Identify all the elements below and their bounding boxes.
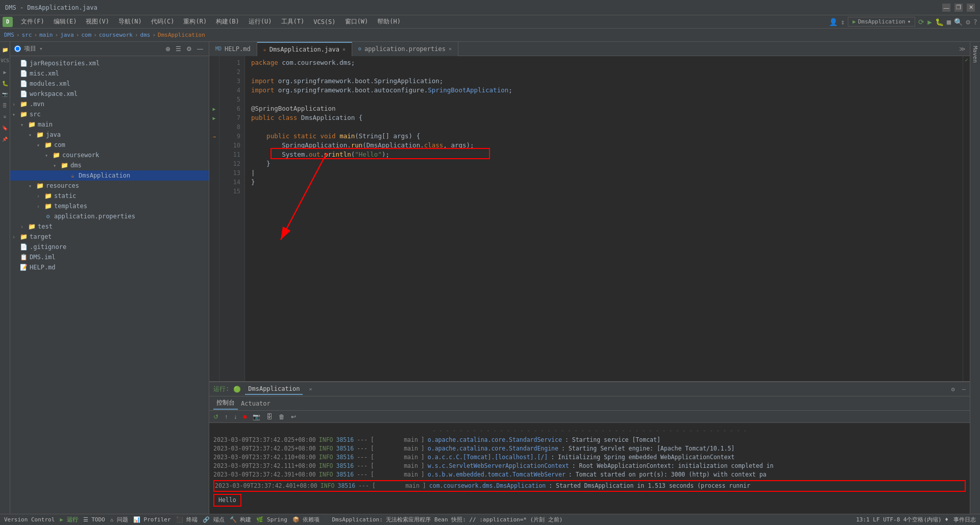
settings-icon[interactable]: ⚙ [966, 18, 970, 26]
profiler-tab[interactable]: 📊 Profiler [133, 516, 171, 523]
build-tab[interactable]: 🔨 构建 [230, 516, 252, 523]
run-gutter-icon-2[interactable]: ▶ [212, 115, 215, 121]
spring-tab[interactable]: 🌿 Spring [256, 516, 287, 523]
endpoints-tab[interactable]: 🔗 端点 [203, 516, 225, 523]
sidebar-min-btn[interactable]: — [195, 45, 205, 53]
run-config-dropdown[interactable]: ▶ DmsApplication ▾ [848, 17, 915, 27]
tree-item-13[interactable]: ›📁static [10, 191, 209, 201]
menu-view[interactable]: 视图(V) [82, 16, 113, 27]
stop-run-btn[interactable]: ■ [241, 412, 249, 421]
tree-item-2[interactable]: 📄modules.xml [10, 79, 209, 89]
tree-item-10[interactable]: ▾📁dms [10, 160, 209, 170]
maximize-button[interactable]: ❐ [954, 4, 963, 12]
menu-run[interactable]: 运行(U) [244, 16, 276, 27]
terminal-tab[interactable]: ⬛ 终端 [176, 516, 198, 523]
sync-icon[interactable]: ↕ [841, 18, 845, 26]
tree-item-7[interactable]: ▾📁java [10, 130, 209, 140]
help-icon[interactable]: ? [973, 18, 977, 26]
stop-icon[interactable]: ■ [947, 18, 951, 26]
debug-icon[interactable]: 🐛 [935, 18, 944, 26]
sidebar-expand-btn[interactable]: ☰ [174, 45, 183, 53]
actuator-tab[interactable]: Actuator [238, 398, 274, 409]
sidebar-gear-btn[interactable]: ⚙ [185, 45, 193, 53]
tab-app-props[interactable]: ⚙ application.properties ✕ [352, 42, 458, 56]
close-button[interactable]: ✕ [967, 4, 975, 12]
editor-tabs-more[interactable]: ≫ [959, 45, 970, 53]
left-tool-folder[interactable]: 📁 [1, 45, 10, 54]
run-tab-close-icon[interactable]: ✕ [309, 386, 312, 392]
tree-item-14[interactable]: ›📁templates [10, 201, 209, 211]
tree-item-12[interactable]: ▾📁resources [10, 181, 209, 191]
left-tool-db[interactable]: 🗄 [1, 101, 10, 110]
project-radio[interactable] [14, 45, 21, 52]
tree-item-16[interactable]: ›📁test [10, 221, 209, 232]
scroll-up-btn[interactable]: ↑ [223, 412, 230, 421]
tree-item-11[interactable]: ☕DmsApplication [10, 170, 209, 181]
menu-window[interactable]: 窗口(W) [341, 16, 373, 27]
camera-run-btn[interactable]: 📷 [251, 412, 262, 421]
tree-item-0[interactable]: 📄jarRepositories.xml [10, 58, 209, 68]
left-tool-pin[interactable]: 📌 [1, 135, 10, 144]
tab-close-icon[interactable]: ✕ [342, 46, 346, 52]
tab-props-close-icon[interactable]: ✕ [449, 46, 452, 52]
clear-btn[interactable]: 🗑 [277, 412, 287, 421]
left-tool-structure[interactable]: ≡ [1, 112, 10, 121]
dependencies-tab[interactable]: 📦 依赖项 [292, 516, 320, 523]
maven-panel[interactable]: Maven [970, 42, 980, 514]
menu-edit[interactable]: 编辑(E) [50, 16, 81, 27]
db-run-btn[interactable]: 🗄 [264, 412, 275, 421]
problems-tab[interactable]: ⚠ 问题 [110, 516, 128, 523]
run-settings-icon[interactable]: ⚙ [951, 386, 955, 393]
menu-build[interactable]: 构建(B) [212, 16, 243, 27]
tree-item-15[interactable]: ⚙application.properties [10, 211, 209, 221]
wrap-btn[interactable]: ↩ [289, 412, 298, 421]
tree-item-8[interactable]: ▾📁com [10, 140, 209, 150]
run-icon[interactable]: ▶ [927, 18, 932, 26]
scroll-down-btn[interactable]: ↓ [232, 412, 239, 421]
breadcrumb-java[interactable]: java [60, 32, 74, 38]
breadcrumb-coursework[interactable]: coursework [99, 32, 133, 38]
console-tab[interactable]: 控制台 [213, 397, 238, 410]
sidebar-dropdown-arrow[interactable]: ▾ [39, 45, 43, 52]
sidebar-nav-btn[interactable]: ⊕ [164, 45, 172, 53]
todo-tab[interactable]: ☰ TODO [83, 516, 105, 523]
left-tool-vcs[interactable]: VCS [1, 56, 10, 65]
tree-item-17[interactable]: ›📁target [10, 232, 209, 242]
restart-btn[interactable]: ↺ [211, 412, 220, 421]
breadcrumb-main[interactable]: main [39, 32, 53, 38]
tree-item-18[interactable]: 📄.gitignore [10, 242, 209, 252]
console-output[interactable]: - - - - - - - - - - - - - - - - - - - - … [209, 423, 970, 514]
run-gutter-icon[interactable]: ▶ [212, 106, 215, 112]
tree-item-19[interactable]: 📋DMS.iml [10, 252, 209, 262]
rebuild-icon[interactable]: ⟳ [918, 18, 924, 26]
tree-item-1[interactable]: 📄misc.xml [10, 68, 209, 79]
tree-item-4[interactable]: ›📁.mvn [10, 99, 209, 109]
code-content[interactable]: package com.coursework.dms; import org.s… [245, 56, 963, 381]
minimize-button[interactable]: — [942, 4, 950, 12]
menu-code[interactable]: 代码(C) [147, 16, 179, 27]
menu-file[interactable]: 文件(F) [17, 16, 48, 27]
search-icon[interactable]: 🔍 [954, 18, 963, 26]
menu-navigate[interactable]: 导航(N) [114, 16, 146, 27]
run-tab-dms[interactable]: DmsApplication [245, 384, 303, 395]
breadcrumb-dms2[interactable]: dms [140, 32, 151, 38]
tree-item-5[interactable]: ▾📁src [10, 109, 209, 119]
menu-vcs[interactable]: VCS(S) [309, 17, 339, 27]
left-tool-camera[interactable]: 📷 [1, 90, 10, 99]
left-tool-debug[interactable]: 🐛 [1, 79, 10, 88]
left-tool-bookmark[interactable]: 🔖 [1, 123, 10, 133]
breadcrumb-dms[interactable]: DMS [4, 32, 14, 38]
menu-refactor[interactable]: 重构(R) [179, 16, 211, 27]
run-status-tab[interactable]: ▶ 运行 [60, 516, 78, 523]
tree-item-3[interactable]: 📄workspace.xml [10, 89, 209, 99]
breadcrumb-com[interactable]: com [81, 32, 91, 38]
tree-item-9[interactable]: ▾📁coursework [10, 150, 209, 160]
tab-dms-application[interactable]: ☕ DmsApplication.java ✕ [257, 42, 352, 56]
version-control-tab[interactable]: Version Control [4, 516, 55, 523]
run-minimize-icon[interactable]: — [962, 386, 966, 393]
tree-item-6[interactable]: ▾📁main [10, 119, 209, 130]
tab-help-md[interactable]: MD HELP.md [209, 42, 257, 56]
breadcrumb-src[interactable]: src [22, 32, 32, 38]
left-tool-run[interactable]: ▶ [1, 67, 10, 77]
menu-help[interactable]: 帮助(H) [373, 16, 405, 27]
